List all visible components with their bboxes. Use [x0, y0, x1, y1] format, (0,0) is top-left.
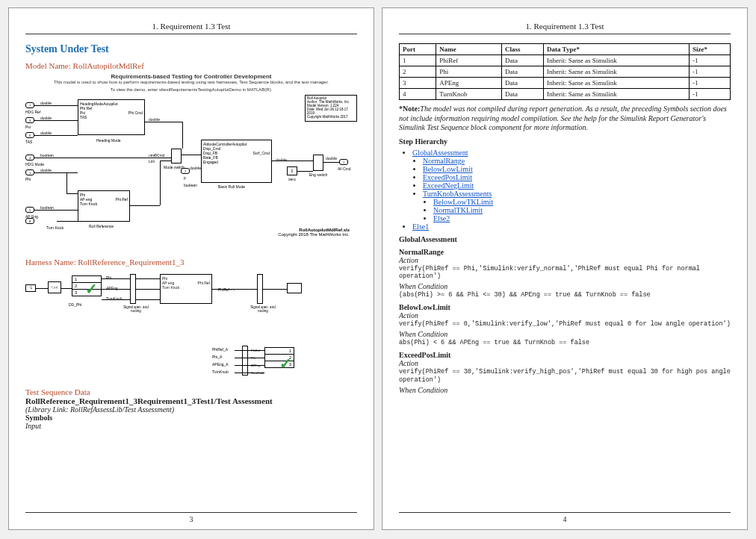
port-label-psi: Psi	[25, 125, 31, 129]
blk-label-heading-mode: Heading Mode	[96, 138, 121, 143]
harness-apeng-out: APEng	[106, 286, 118, 290]
step-link-else1[interactable]: Else1	[412, 222, 429, 231]
th-size: Size*	[689, 44, 730, 55]
ha-phi-a: Phi_A	[212, 355, 222, 359]
ha-apeng-a: APEng_A	[212, 362, 229, 367]
h-phiref: Phi Ref	[198, 281, 210, 285]
blk-engaged: Engaged	[203, 160, 270, 164]
port-label-hdg-mode: HDG Mode	[25, 162, 44, 166]
th-name: Name	[436, 44, 502, 55]
checkmark-icon-1: ✓	[85, 280, 98, 298]
ha-phiref-a: PhiRef_A	[212, 347, 228, 352]
harness-const: -1	[25, 284, 36, 292]
seq-1: 1	[75, 277, 77, 281]
block-roll-reference: Phi AP eng Phi Ref Turn Knob	[78, 190, 130, 222]
port-tas: 6	[25, 132, 34, 138]
step-link-bltk[interactable]: BelowLowTKLimit	[433, 198, 493, 206]
harness-diagram: -1 f_(u) 1 2 3 ✓ DD_Phi Phi APEng TurnKn…	[25, 270, 357, 344]
code-nr-when: (abs(Phi) >= 6 && Phi <= 30) && APEng ==…	[399, 291, 731, 299]
blk-phi-cmd: Phi Cmd	[128, 110, 143, 115]
seq-3: 3	[75, 290, 77, 295]
code-nr-action: verify(PhiRef == Phi,'Simulink:verify_no…	[399, 265, 731, 280]
blk-label-roll-ref: Roll Reference	[89, 224, 114, 228]
harness-phi-out: Phi	[106, 275, 111, 280]
harness-sigspec-2	[257, 274, 263, 304]
action-label-1: Action	[399, 256, 731, 264]
blk-phi-ref-out: Phi Ref	[116, 197, 128, 202]
code-bll-when: abs(Phi) < 6 && APEng == true && TurnKno…	[399, 339, 731, 346]
step-link-bll[interactable]: BelowLowLimit	[423, 165, 473, 173]
th-datatype: Data Type*	[543, 44, 689, 55]
step-link-ga[interactable]: GlobalAssessment	[412, 149, 468, 157]
symbols-heading: Symbols	[25, 414, 357, 422]
blk-label-basic-roll: Basic Roll Mode	[218, 184, 245, 189]
below-low-limit-heading: BelowLowLimit	[399, 303, 731, 311]
test-sequence-data-heading: Test Sequence Data	[25, 387, 357, 396]
library-link: (Library Link: RollRefAssessLib/Test Ass…	[25, 405, 357, 414]
harness-sigspec-label-2: Signal spec. and routing	[248, 305, 278, 313]
port-label-ail-cmd: Ail Cmd	[338, 166, 351, 171]
diagram-title: Requirements-based Testing for Controlle…	[25, 73, 357, 80]
step-link-tka[interactable]: TurnKnobAssessments	[423, 190, 492, 198]
port-label-tas: TAS	[25, 140, 32, 144]
note-bold: *Note:	[399, 105, 420, 113]
when-label-2: When Condition	[399, 330, 731, 338]
note-text: *Note:The model was not compiled during …	[399, 105, 731, 133]
port-p: 2	[181, 168, 190, 174]
block-eng-switch	[313, 155, 323, 171]
step-link-enl[interactable]: ExceedNegLimit	[423, 181, 474, 190]
seq-2: 2	[75, 284, 77, 288]
dtype-boolean-eng: boolean	[184, 183, 197, 187]
model-name-label: Model Name: RollAutopilotMdlRef	[25, 61, 357, 70]
page-left: 1. Requirement 1.3 Test System Under Tes…	[8, 7, 374, 530]
step-link-nr[interactable]: NormalRange	[423, 157, 465, 165]
dtype-lim: Lim	[149, 159, 155, 163]
table-row: 3 APEng Data Inherit: Same as Simulink -…	[400, 78, 731, 89]
dtype-double-ail: double	[326, 156, 337, 161]
harness-fcn-block: f_(u)	[48, 281, 61, 293]
step-link-ntk[interactable]: NormalTKLimit	[433, 206, 483, 214]
simulink-diagram: Roll Autopilot Author: The MathWorks, In…	[25, 95, 357, 252]
diag-footer-2: Copyright 2018 The MathWorks Inc.	[278, 232, 350, 237]
blk-label-zero: zero	[288, 177, 296, 181]
port-label-turn-knob: Turn Knob	[46, 225, 63, 230]
h-turnknob: Turn Knob	[162, 285, 210, 290]
dtype-double-surf: double	[276, 158, 287, 162]
page-header-right: 1. Requirement 1.3 Test	[399, 22, 731, 34]
harness-turnknob-out: TurnKnob	[106, 296, 123, 301]
ann-copyright: Copyright MathWorks 2017	[307, 116, 355, 119]
block-heading-mode-autopilot: HeadingModeAutopilot Phi Ref Psi Phi Cmd…	[78, 99, 145, 135]
harness-sigspec-1	[130, 274, 136, 304]
diagram-subtitle-2: To view the demo, enter sltestRequiremen…	[25, 87, 357, 92]
step-link-epl[interactable]: ExceedPosLimit	[423, 173, 472, 181]
port-ail-cmd: 1	[339, 159, 348, 165]
exceed-pos-limit-heading: ExceedPosLimit	[399, 351, 731, 359]
table-row: 4 TurnKnob Data Inherit: Same as Simulin…	[400, 89, 731, 100]
table-row: 1 PhiRef Data Inherit: Same as Simulink …	[400, 55, 731, 66]
port-label-hdg-ref: HDG Ref	[25, 110, 40, 114]
port-hdg-mode: 4	[25, 155, 34, 161]
when-label-3: When Condition	[399, 386, 731, 394]
when-label-1: When Condition	[399, 282, 731, 290]
code-bll-action: verify(PhiRef == 0,'Simulink:verify_low'…	[399, 320, 731, 328]
table-header-row: Port Name Class Data Type* Size*	[400, 44, 731, 55]
system-under-test-heading: System Under Test	[25, 43, 357, 55]
dtype-double-p: double	[190, 166, 201, 170]
page-number-left: 3	[25, 512, 357, 523]
page-number-right: 4	[399, 512, 731, 523]
normal-range-heading: NormalRange	[399, 248, 731, 256]
symbols-table: Port Name Class Data Type* Size* 1 PhiRe…	[399, 43, 731, 100]
diagram-subtitle-1: This model is used to show how to perfor…	[25, 80, 357, 84]
step-link-else2[interactable]: Else2	[433, 214, 450, 222]
harness-roll-ref-block: Phi AP eng Phi Ref Turn Knob	[160, 274, 212, 304]
harness-sigspec-label: Signal spec. and routing	[121, 305, 151, 313]
ha-seq-1: 1	[289, 349, 291, 353]
page-right: 1. Requirement 1.3 Test Port Name Class …	[382, 7, 748, 530]
input-heading: Input	[25, 422, 357, 430]
port-ap-eng: 5	[25, 207, 34, 213]
block-zero: 0	[287, 166, 297, 175]
block-attitude-controller: AttitudeControllerAutopilot Disp_Cmd Dis…	[201, 140, 272, 183]
action-label-2: Action	[399, 311, 731, 320]
table-row: 2 Phi Data Inherit: Same as Simulink -1	[400, 66, 731, 78]
h-phiref-out: PhiRef <>	[218, 287, 235, 292]
